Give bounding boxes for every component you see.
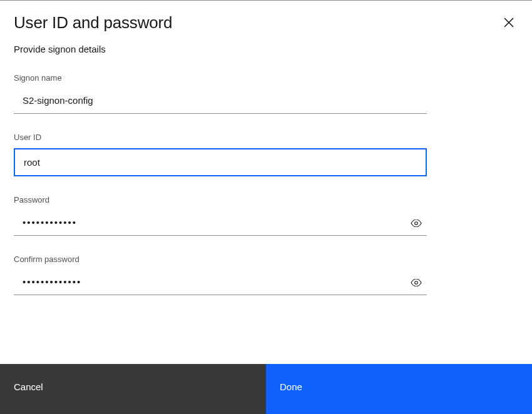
password-visibility-toggle[interactable] [406,216,427,231]
password-input[interactable] [14,211,406,235]
user-id-password-modal: User ID and password Provide signon deta… [0,0,532,414]
password-input-wrap [14,211,427,236]
modal-title: User ID and password [14,13,172,33]
confirm-password-input-wrap [14,270,427,295]
user-id-input[interactable] [14,148,427,176]
cancel-button[interactable]: Cancel [0,364,266,414]
close-icon [503,17,514,28]
signon-name-label: Signon name [14,73,518,83]
modal-footer: Cancel Done [0,364,532,414]
modal-subtitle: Provide signon details [14,44,518,54]
signon-name-field: Signon name [14,73,518,114]
password-label: Password [14,195,518,204]
cancel-button-label: Cancel [14,381,43,392]
svg-point-3 [415,281,418,284]
user-id-field: User ID [14,133,518,176]
confirm-password-field: Confirm password [14,255,518,295]
user-id-label: User ID [14,133,518,142]
password-field: Password [14,195,518,236]
close-button[interactable] [501,14,517,31]
modal-content: User ID and password Provide signon deta… [0,1,532,364]
eye-icon [411,220,422,227]
eye-icon [411,279,422,286]
confirm-password-input[interactable] [14,270,406,295]
confirm-password-visibility-toggle[interactable] [406,275,427,290]
confirm-password-label: Confirm password [14,255,518,264]
modal-header: User ID and password [14,13,518,44]
done-button[interactable]: Done [266,364,532,414]
signon-name-input[interactable] [14,89,427,114]
svg-point-2 [415,221,418,225]
done-button-label: Done [280,381,302,392]
